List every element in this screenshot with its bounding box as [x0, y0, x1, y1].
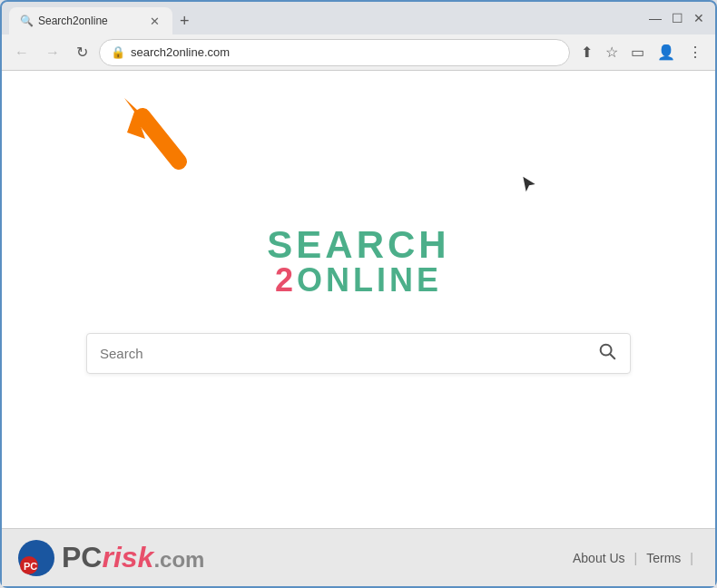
pc-text: PC — [62, 541, 102, 573]
active-tab[interactable]: 🔍 Search2online ✕ — [9, 7, 172, 34]
forward-button[interactable]: → — [40, 41, 65, 64]
minimize-button[interactable]: — — [646, 9, 664, 27]
tab-bar: 🔍 Search2online ✕ + — [9, 2, 639, 34]
search-button[interactable] — [597, 341, 617, 366]
svg-line-3 — [610, 354, 614, 358]
arrow-annotation — [111, 89, 192, 174]
logo-2online-text: 2ONLINE — [275, 264, 442, 297]
url-input[interactable] — [131, 45, 558, 59]
footer-divider-1: | — [634, 551, 638, 565]
profile-button[interactable]: 👤 — [652, 40, 681, 64]
close-button[interactable]: ✕ — [690, 9, 708, 27]
pcrisk-logo: PC PCrisk.com — [16, 538, 204, 578]
risk-text: risk — [102, 541, 153, 573]
svg-text:PC: PC — [24, 561, 37, 572]
browser-window: 🔍 Search2online ✕ + — ☐ ✕ ← → ↻ 🔒 ⬆ ☆ ▭ … — [0, 0, 717, 588]
page-content: SEARCH 2ONLINE — [2, 71, 715, 528]
share-button[interactable]: ⬆ — [575, 40, 598, 64]
address-bar-row: ← → ↻ 🔒 ⬆ ☆ ▭ 👤 ⋮ — [2, 34, 715, 71]
logo-online: ONLINE — [297, 261, 442, 299]
tab-favicon-icon: 🔍 — [20, 15, 33, 27]
lock-icon: 🔒 — [111, 45, 125, 59]
refresh-button[interactable]: ↻ — [71, 40, 93, 64]
tab-close-button[interactable]: ✕ — [147, 14, 162, 28]
cursor — [520, 175, 538, 197]
about-us-link[interactable]: About Us — [573, 551, 625, 565]
svg-marker-0 — [111, 89, 183, 152]
dotcom-text: .com — [153, 547, 204, 572]
footer-links: About Us | Terms | — [573, 551, 693, 565]
menu-button[interactable]: ⋮ — [683, 40, 708, 64]
logo: SEARCH 2ONLINE — [267, 226, 449, 297]
pcrisk-text: PCrisk.com — [62, 541, 204, 574]
bookmark-button[interactable]: ☆ — [600, 40, 624, 64]
new-tab-button[interactable]: + — [172, 8, 197, 34]
logo-2: 2 — [275, 261, 297, 299]
logo-search-text: SEARCH — [267, 226, 449, 264]
maximize-button[interactable]: ☐ — [668, 9, 686, 27]
tab-title: Search2online — [38, 15, 108, 27]
address-bar[interactable]: 🔒 — [99, 39, 570, 66]
window-controls: — ☐ ✕ — [646, 9, 708, 27]
footer-bar: PC PCrisk.com About Us | Terms | — [2, 528, 715, 586]
pcrisk-icon: PC — [16, 538, 56, 578]
footer-divider-2: | — [690, 551, 693, 565]
terms-link[interactable]: Terms — [646, 551, 681, 565]
search-input[interactable] — [100, 346, 597, 361]
search-box — [86, 333, 631, 374]
back-button[interactable]: ← — [9, 41, 34, 64]
toolbar-icons: ⬆ ☆ ▭ 👤 ⋮ — [575, 40, 708, 64]
title-bar: 🔍 Search2online ✕ + — ☐ ✕ — [2, 2, 715, 34]
extension-button[interactable]: ▭ — [625, 40, 650, 64]
svg-marker-1 — [124, 98, 152, 139]
